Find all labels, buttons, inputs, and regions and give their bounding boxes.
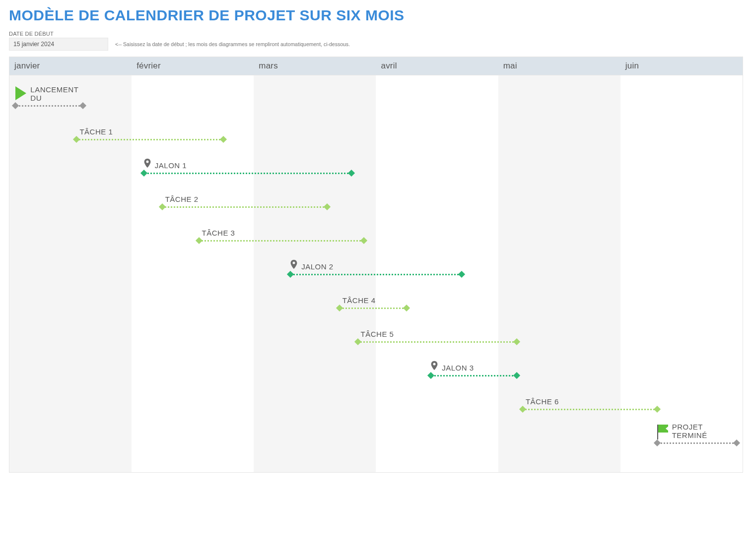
bar-line	[15, 105, 82, 107]
bar-line	[431, 375, 516, 376]
bar-label: TÂCHE 6	[526, 397, 559, 406]
bar-label: TÂCHE 2	[165, 195, 199, 203]
month-column	[620, 75, 743, 472]
bar-label: TÂCHE 1	[79, 127, 113, 136]
bar-label: LANCEMENT DU	[30, 86, 65, 102]
month-header-janvier: janvier	[9, 57, 132, 75]
start-date-label: DATE DE DÉBUT	[9, 31, 743, 37]
bar-line	[358, 341, 517, 343]
month-column	[132, 75, 254, 472]
month-header-juin: juin	[620, 57, 743, 75]
month-header-mars: mars	[254, 57, 376, 75]
flag-icon	[657, 425, 669, 439]
bar-line	[290, 274, 462, 275]
bar-label: JALON 3	[442, 364, 474, 372]
bar-label: TÂCHE 3	[202, 229, 235, 237]
bar-line	[340, 308, 407, 309]
bar-line	[76, 139, 223, 140]
pin-icon	[429, 358, 440, 373]
bar-line	[162, 206, 327, 208]
bar-line	[199, 240, 364, 242]
bar-line	[144, 173, 351, 174]
month-column	[498, 75, 620, 472]
pin-icon	[288, 257, 299, 272]
bar-label: JALON 2	[301, 262, 333, 271]
bar-label: TÂCHE 4	[342, 296, 376, 305]
month-column	[9, 75, 132, 472]
bar-label: PROJET TERMINÉ	[672, 423, 707, 439]
month-header-mai: mai	[498, 57, 620, 75]
timeline-chart: janvierfévriermarsavrilmaijuin LANCEMENT…	[9, 57, 743, 473]
bar-label: JALON 1	[155, 161, 187, 170]
play-icon	[15, 86, 26, 100]
page-title: MODÈLE DE CALENDRIER DE PROJET SUR SIX M…	[9, 7, 743, 24]
month-header-février: février	[132, 57, 254, 75]
start-date-hint: <-- Saisissez la date de début ; les moi…	[115, 41, 350, 47]
start-date-row: <-- Saisissez la date de début ; les moi…	[9, 38, 743, 51]
chart-body: LANCEMENT DUTÂCHE 1JALON 1TÂCHE 2TÂCHE 3…	[9, 75, 743, 472]
month-header-avril: avril	[376, 57, 498, 75]
months-header: janvierfévriermarsavrilmaijuin	[9, 57, 743, 75]
bar-line	[657, 442, 737, 444]
bar-line	[523, 409, 657, 410]
pin-icon	[142, 156, 153, 171]
start-date-input[interactable]	[9, 38, 108, 51]
bar-label: TÂCHE 5	[361, 330, 394, 338]
